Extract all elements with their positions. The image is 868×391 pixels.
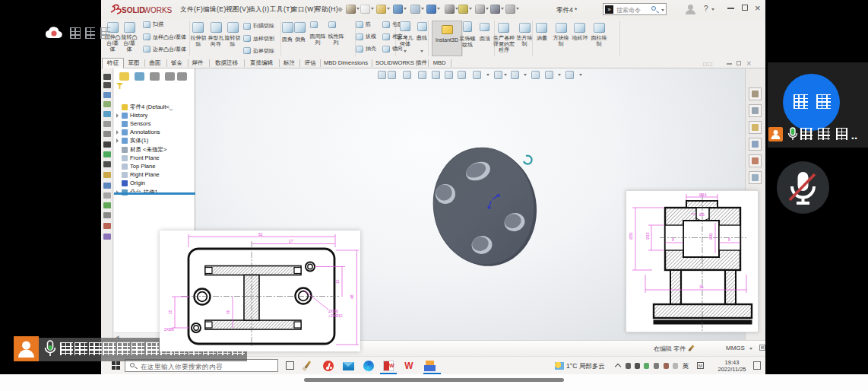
svg-text:48: 48 [350,294,354,299]
svg-text:15: 15 [168,310,173,314]
svg-text:Ø11: Ø11 [708,233,713,240]
svg-text:Ø14: Ø14 [699,192,707,197]
svg-text:8: 8 [728,237,730,242]
svg-text:Ø13: Ø13 [645,232,650,240]
svg-text:27: 27 [289,239,293,243]
svg-text:36: 36 [699,285,704,289]
svg-text:8: 8 [672,237,674,242]
svg-text:WORKS: WORKS [144,6,173,14]
svg-text:Ø30: Ø30 [629,232,633,240]
svg-text:62: 62 [258,232,263,237]
svg-text:⌽2XØ10: ⌽2XØ10 [328,313,343,318]
svg-text:Ø6: Ø6 [699,212,705,217]
svg-text:50: 50 [226,310,230,314]
svg-text:15: 15 [335,279,340,284]
svg-text:SOLID: SOLID [122,6,145,14]
svg-text:2XØ6: 2XØ6 [164,327,174,332]
